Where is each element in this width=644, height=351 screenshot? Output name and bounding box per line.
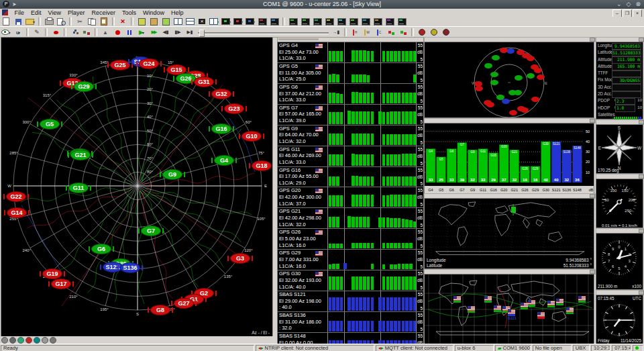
record-teal-icon[interactable]: [34, 337, 40, 344]
play-button[interactable]: ▶▾: [136, 28, 148, 37]
step-forward-button[interactable]: ▮▶: [172, 28, 184, 37]
cut-button[interactable]: ✂: [74, 17, 86, 26]
console-1-button[interactable]: [288, 17, 299, 26]
signal-row-G11[interactable]: GPS G11El 46.00 Az 269.00L1C/A: 33.055dB…: [278, 146, 423, 167]
sky-satellite-G10[interactable]: G10: [241, 131, 262, 142]
marker-c-button[interactable]: C: [374, 28, 385, 37]
table-view-button[interactable]: ▾: [209, 17, 220, 26]
sky-satellite-G16[interactable]: G16: [211, 123, 231, 134]
signal-row-G21[interactable]: GPS G21El 42.00 Az 298.00L1C/A: 32.055dB…: [278, 208, 423, 229]
sky-satellite-G31[interactable]: G31: [194, 77, 214, 87]
menu-player[interactable]: Player: [64, 9, 89, 17]
hotkeys-button[interactable]: ✎: [32, 28, 43, 37]
ntrip-caster-button[interactable]: [81, 28, 93, 37]
step-back-button[interactable]: ◀▮: [160, 28, 172, 37]
wrench-icon[interactable]: [50, 337, 56, 344]
console-9-button[interactable]: [384, 17, 396, 26]
deviation-map-button[interactable]: [269, 17, 280, 26]
sky-satellite-G22[interactable]: G22: [6, 191, 26, 202]
sky-satellite-G7[interactable]: G7: [141, 225, 161, 236]
console-10-button[interactable]: [396, 17, 408, 26]
console-4-button[interactable]: [324, 17, 335, 26]
app-mini-icon[interactable]: [2, 9, 8, 15]
firmware-3-button[interactable]: [441, 28, 452, 37]
signal-row-G16[interactable]: GPS G16El 17.00 Az 55.00L1C/A: 29.055dB5: [278, 167, 423, 188]
marker-h-button[interactable]: H: [350, 28, 361, 37]
print-button[interactable]: [44, 17, 55, 26]
sky-satellite-S136[interactable]: S136: [120, 262, 140, 273]
histogram-view-button[interactable]: ▾: [245, 17, 256, 26]
copy-button[interactable]: [87, 17, 98, 26]
save-button[interactable]: [13, 17, 24, 26]
console-5-button[interactable]: [336, 17, 347, 26]
sky-satellite-G6[interactable]: G6: [91, 244, 111, 254]
menu-window[interactable]: Window: [140, 9, 168, 17]
signal-row-G7[interactable]: GPS G7El 57.00 Az 165.00L1C/A: 39.055dB5: [278, 105, 423, 126]
sky-satellite-G24[interactable]: G24: [139, 58, 159, 69]
baudrate-button[interactable]: u▾: [13, 28, 24, 37]
position-slider[interactable]: [197, 28, 330, 37]
console-6-button[interactable]: [348, 17, 360, 26]
map-view-button[interactable]: ▾: [221, 17, 232, 26]
globe-icon[interactable]: [17, 337, 24, 344]
pause-button[interactable]: [124, 28, 136, 37]
sky-satellite-G14[interactable]: G14: [7, 207, 27, 218]
pin-icon[interactable]: ➤: [12, 1, 17, 8]
fast-forward-button[interactable]: ▶▶: [148, 28, 160, 37]
maximize-button[interactable]: ◇: [627, 0, 631, 9]
sky-satellite-G11[interactable]: G11: [68, 183, 89, 193]
record-button[interactable]: [112, 28, 123, 37]
eject-button[interactable]: ▲: [100, 28, 111, 37]
signal-row-G20[interactable]: GPS G20El 42.00 Az 300.00L1C/A: 37.055dB…: [278, 187, 423, 208]
circle2-icon[interactable]: [9, 337, 16, 344]
sky-satellite-G4[interactable]: G4: [214, 155, 234, 166]
open-button[interactable]: ▾: [25, 17, 36, 26]
split-vertical-button[interactable]: [184, 17, 196, 26]
sky-satellite-G27[interactable]: G27: [174, 298, 194, 309]
text-console-button[interactable]: [160, 17, 172, 26]
circle-icon[interactable]: [1, 337, 8, 344]
debug-button[interactable]: [50, 28, 62, 37]
firmware-1-button[interactable]: [417, 28, 428, 37]
signal-row-G5[interactable]: GPS G5El 11.00 Az 305.00L1C/A: 25.055dB5: [278, 63, 423, 84]
menu-receiver[interactable]: Receiver: [88, 9, 119, 17]
signal-row-S136[interactable]: SBAS S136El 31.00 Az 186.00: 32.055dB5: [278, 312, 423, 333]
menu-help[interactable]: Help: [168, 9, 187, 17]
chart-view-button[interactable]: ▾: [233, 17, 244, 26]
signal-row-G9[interactable]: GPS G9El 64.00 Az 70.00L1C/A: 32.055dB5: [278, 126, 423, 146]
menu-tools[interactable]: Tools: [119, 9, 140, 17]
sky-satellite-G19[interactable]: G19: [42, 268, 62, 279]
console-2-button[interactable]: [300, 17, 311, 26]
print-preview-button[interactable]: [56, 17, 67, 26]
skip-begin-button[interactable]: ▶▮: [184, 28, 196, 37]
sky-satellite-G32[interactable]: G32: [211, 89, 231, 99]
network-connection-button[interactable]: [69, 28, 80, 37]
link-tx-button[interactable]: [398, 28, 409, 37]
camera-view-button[interactable]: [257, 17, 268, 26]
console-7-button[interactable]: [360, 17, 372, 26]
menu-file[interactable]: File: [11, 9, 28, 17]
sky-satellite-G21[interactable]: G21: [70, 150, 91, 160]
link-rx-button[interactable]: [386, 28, 397, 37]
crosshair-icon[interactable]: [42, 337, 48, 344]
menu-view[interactable]: View: [45, 9, 64, 17]
sky-satellite-G25[interactable]: G25: [110, 60, 130, 70]
app-icon[interactable]: P: [3, 1, 9, 7]
signal-row-G29[interactable]: GPS G29El 7.00 Az 331.00L1C/A: 16.055dB5: [278, 250, 423, 270]
signal-row-G6[interactable]: GPS G6El 37.00 Az 212.00L1C/A: 33.055dB5: [278, 84, 423, 105]
new-document-button[interactable]: [1, 17, 12, 26]
menu-edit[interactable]: Edit: [28, 9, 45, 17]
signal-row-G30[interactable]: GPS G30El 32.00 Az 193.00L1C/A: 40.055dB…: [278, 270, 423, 291]
autobaud-button[interactable]: ▾: [1, 28, 12, 37]
console-8-button[interactable]: [372, 17, 384, 26]
sky-satellite-G9[interactable]: G9: [162, 169, 182, 180]
skip-end-button[interactable]: →▮: [331, 28, 342, 37]
clear-red-button[interactable]: ✕: [117, 17, 129, 26]
firmware-2-button[interactable]: [429, 28, 440, 37]
signal-row-S121[interactable]: SBAS S121El 29.00 Az 198.00: 40.055dB5: [278, 291, 423, 312]
binary-console-button[interactable]: [148, 17, 160, 26]
marker-w-button[interactable]: W: [362, 28, 373, 37]
signal-row-G4[interactable]: GPS G4El 25.00 Az 73.00L1C/A: 33.055dB5: [278, 42, 423, 63]
sky-satellite-G18[interactable]: G18: [252, 160, 272, 171]
console-3-button[interactable]: [312, 17, 323, 26]
